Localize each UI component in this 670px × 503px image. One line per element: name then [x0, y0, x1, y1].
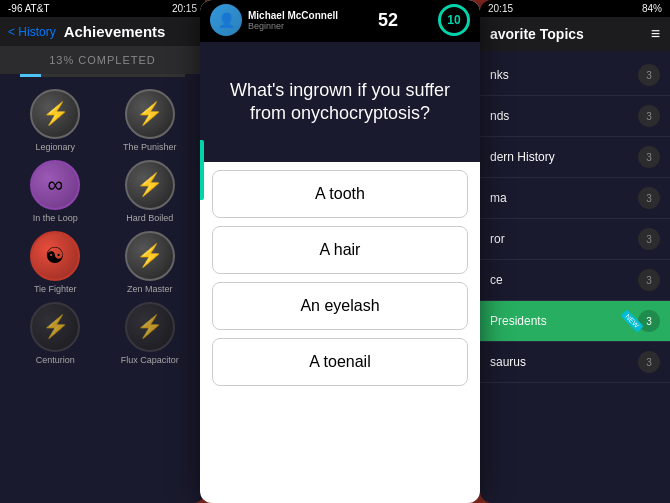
user-info: Michael McConnell Beginner	[248, 10, 338, 31]
center-panel: 👤 Michael McConnell Beginner 52 10 What'…	[200, 0, 480, 503]
list-item[interactable]: ⚡ Hard Boiled	[107, 160, 194, 223]
list-item[interactable]: ce 3	[480, 260, 670, 301]
topic-name: Presidents	[490, 314, 547, 328]
completed-banner: 13% COMPLETED	[0, 46, 205, 74]
list-item[interactable]: Presidents NEW 3	[480, 301, 670, 342]
topic-badge: 3	[638, 228, 660, 250]
topic-badge: 3	[638, 146, 660, 168]
badge-label: Centurion	[36, 355, 75, 365]
badge-label: In the Loop	[33, 213, 78, 223]
list-item[interactable]: ror 3	[480, 219, 670, 260]
topic-name: ma	[490, 191, 507, 205]
list-item[interactable]: saurus 3	[480, 342, 670, 383]
topic-name: nds	[490, 109, 509, 123]
badge-label: Flux Capacitor	[121, 355, 179, 365]
user-name: Michael McConnell	[248, 10, 338, 21]
badge-label: The Punisher	[123, 142, 177, 152]
answer-eyelash[interactable]: An eyelash	[212, 282, 468, 330]
list-item[interactable]: ☯ Tie Fighter	[12, 231, 99, 294]
answer-tooth[interactable]: A tooth	[212, 170, 468, 218]
question-area: What's ingrown if you suffer from onycho…	[200, 42, 480, 162]
user-level: Beginner	[248, 21, 338, 31]
center-header: 👤 Michael McConnell Beginner 52 10	[200, 0, 480, 42]
topic-badge: 3	[638, 64, 660, 86]
right-nav: avorite Topics ≡	[480, 17, 670, 51]
left-panel-title: Achievements	[64, 23, 166, 40]
left-nav: < History Achievements	[0, 17, 205, 46]
topic-name: ce	[490, 273, 503, 287]
list-item[interactable]: ⚡ The Punisher	[107, 89, 194, 152]
badge-hardboiled: ⚡	[125, 160, 175, 210]
avatar-section: 👤 Michael McConnell Beginner	[210, 4, 338, 36]
side-accent	[200, 140, 204, 200]
left-status-bar: -96 AT&T 20:15	[0, 0, 205, 17]
topic-list: nks 3 nds 3 dern History 3 ma 3 ror 3 ce…	[480, 51, 670, 387]
topic-badge: 3	[638, 351, 660, 373]
progress-bar-container	[20, 74, 185, 77]
list-item[interactable]: nks 3	[480, 55, 670, 96]
list-item[interactable]: ⚡ Zen Master	[107, 231, 194, 294]
achievements-grid: ⚡ Legionary ⚡ The Punisher ∞ In the Loop…	[0, 85, 205, 369]
badge-label: Zen Master	[127, 284, 173, 294]
question-text: What's ingrown if you suffer from onycho…	[216, 79, 464, 126]
badge-zenmaster: ⚡	[125, 231, 175, 281]
list-item[interactable]: ∞ In the Loop	[12, 160, 99, 223]
user-score: 52	[378, 10, 398, 31]
avatar: 👤	[210, 4, 242, 36]
list-item[interactable]: nds 3	[480, 96, 670, 137]
right-time: 20:15	[488, 3, 513, 14]
topic-name: nks	[490, 68, 509, 82]
right-panel: 20:15 84% avorite Topics ≡ nks 3 nds 3 d…	[480, 0, 670, 503]
progress-bar-fill	[20, 74, 41, 77]
badge-label: Hard Boiled	[126, 213, 173, 223]
list-item[interactable]: ma 3	[480, 178, 670, 219]
topic-name: dern History	[490, 150, 555, 164]
answer-hair[interactable]: A hair	[212, 226, 468, 274]
badge-centurion: ⚡	[30, 302, 80, 352]
left-panel: -96 AT&T 20:15 < History Achievements 13…	[0, 0, 205, 503]
timer-circle: 10	[438, 4, 470, 36]
badge-tiefighter: ☯	[30, 231, 80, 281]
hamburger-icon[interactable]: ≡	[651, 25, 660, 43]
list-item[interactable]: ⚡ Flux Capacitor	[107, 302, 194, 365]
topic-name: ror	[490, 232, 505, 246]
right-battery: 84%	[642, 3, 662, 14]
badge-loop: ∞	[30, 160, 80, 210]
signal-text: -96 AT&T	[8, 3, 50, 14]
badge-label: Legionary	[35, 142, 75, 152]
topic-badge: 3	[638, 105, 660, 127]
answers-area: A tooth A hair An eyelash A toenail	[200, 162, 480, 394]
list-item[interactable]: dern History 3	[480, 137, 670, 178]
back-button[interactable]: < History	[8, 25, 56, 39]
list-item[interactable]: ⚡ Centurion	[12, 302, 99, 365]
right-status-bar: 20:15 84%	[480, 0, 670, 17]
topic-badge: 3	[638, 310, 660, 332]
left-time: 20:15	[172, 3, 197, 14]
topic-badge: 3	[638, 187, 660, 209]
topic-name: saurus	[490, 355, 526, 369]
badge-legionary: ⚡	[30, 89, 80, 139]
topic-badge: 3	[638, 269, 660, 291]
right-panel-title: avorite Topics	[490, 26, 584, 42]
list-item[interactable]: ⚡ Legionary	[12, 89, 99, 152]
answer-toenail[interactable]: A toenail	[212, 338, 468, 386]
badge-label: Tie Fighter	[34, 284, 77, 294]
badge-punisher: ⚡	[125, 89, 175, 139]
badge-flux: ⚡	[125, 302, 175, 352]
